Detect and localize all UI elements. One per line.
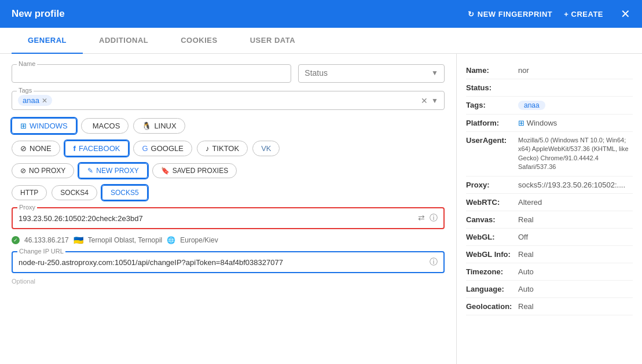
info-platform-value: ⊞ Windows bbox=[518, 119, 633, 127]
social-tiktok-button[interactable]: ♪ TIKTOK bbox=[197, 141, 248, 156]
info-geolocation-value: Real bbox=[518, 302, 633, 311]
os-button-group: ⊞ WINDOWS MACOS 🐧 LINUX bbox=[12, 118, 445, 134]
left-panel: Name ▼ Tags anaa ✕ ✕ ▼ bbox=[0, 54, 457, 364]
info-status-row: Status: bbox=[466, 79, 633, 97]
vk-icon: VK bbox=[261, 144, 271, 153]
tags-dropdown-icon[interactable]: ▼ bbox=[431, 97, 438, 105]
fingerprint-icon: ↻ bbox=[468, 10, 475, 19]
saved-proxies-button[interactable]: 🔖 SAVED PROXIES bbox=[152, 163, 237, 178]
os-windows-button[interactable]: ⊞ WINDOWS bbox=[12, 118, 76, 134]
social-vk-button[interactable]: VK bbox=[252, 141, 280, 156]
os-macos-button[interactable]: MACOS bbox=[81, 118, 129, 134]
info-webgl-value: Off bbox=[518, 233, 633, 241]
fingerprint-button[interactable]: ↻ NEW FINGERPRINT bbox=[468, 10, 552, 19]
info-webgl-info-value: Real bbox=[518, 250, 633, 259]
info-canvas-value: Real bbox=[518, 215, 633, 224]
none-icon: ⊘ bbox=[20, 144, 27, 153]
social-button-group: ⊘ NONE f FACEBOOK G GOOGLE ♪ TIKTOK VK bbox=[12, 141, 445, 156]
windows-platform-icon: ⊞ bbox=[518, 119, 527, 127]
proxy-refresh-icon[interactable]: ⇄ bbox=[418, 213, 425, 223]
globe-icon: 🌐 bbox=[167, 236, 175, 244]
info-timezone-value: Auto bbox=[518, 267, 633, 276]
name-label: Name bbox=[17, 60, 37, 67]
proxy-ip: 46.133.86.217 bbox=[24, 236, 69, 244]
tab-bar: GENERAL ADDITIONAL COOKIES USER DATA bbox=[0, 28, 642, 54]
flag-icon: 🇺🇦 bbox=[74, 236, 83, 245]
info-tags-row: Tags: anaa bbox=[466, 97, 633, 115]
tiktok-icon: ♪ bbox=[206, 144, 210, 153]
tag-remove-icon[interactable]: ✕ bbox=[42, 97, 47, 105]
status-arrow-icon: ▼ bbox=[431, 69, 438, 77]
status-dropdown[interactable]: ▼ bbox=[305, 68, 438, 78]
info-language-row: Language: Auto bbox=[466, 281, 633, 298]
no-proxy-button[interactable]: ⊘ NO PROXY bbox=[12, 163, 74, 178]
change-ip-input[interactable] bbox=[19, 258, 430, 267]
info-name-value: nor bbox=[518, 66, 633, 75]
tags-clear-icon[interactable]: ✕ bbox=[421, 96, 428, 105]
proxy-info-icon[interactable]: ⓘ bbox=[430, 213, 438, 223]
info-proxy-row: Proxy: socks5://193.23.50.26:10502:.... bbox=[466, 177, 633, 194]
info-geolocation-row: Geolocation: Real bbox=[466, 298, 633, 315]
proxy-region: Ternopil Oblast, Ternopil bbox=[88, 236, 163, 244]
info-platform-row: Platform: ⊞ Windows bbox=[466, 115, 633, 132]
tab-additional[interactable]: ADDITIONAL bbox=[83, 28, 164, 54]
info-webgl-row: WebGL: Off bbox=[466, 229, 633, 246]
info-name-row: Name: nor bbox=[466, 62, 633, 79]
info-platform-label: Platform: bbox=[466, 119, 518, 127]
info-timezone-row: Timezone: Auto bbox=[466, 263, 633, 281]
tab-general[interactable]: GENERAL bbox=[12, 28, 83, 54]
linux-icon: 🐧 bbox=[142, 122, 151, 130]
modal-body: Name ▼ Tags anaa ✕ ✕ ▼ bbox=[0, 54, 642, 364]
protocol-socks4-button[interactable]: SOCKS4 bbox=[52, 185, 97, 200]
new-proxy-button[interactable]: ✎ NEW PROXY bbox=[79, 163, 147, 178]
social-google-button[interactable]: G GOOGLE bbox=[133, 141, 192, 156]
tab-user-data[interactable]: USER DATA bbox=[234, 28, 311, 54]
name-field-group: Name bbox=[12, 64, 291, 83]
proxy-input-group: Proxy ⇄ ⓘ bbox=[12, 207, 445, 229]
google-icon: G bbox=[142, 144, 148, 153]
close-button[interactable]: ✕ bbox=[621, 7, 630, 21]
info-webrtc-label: WebRTC: bbox=[466, 198, 518, 207]
info-webrtc-row: WebRTC: Altered bbox=[466, 194, 633, 211]
new-proxy-icon: ✎ bbox=[87, 167, 93, 175]
info-proxy-label: Proxy: bbox=[466, 181, 518, 189]
info-timezone-label: Timezone: bbox=[466, 267, 518, 276]
social-none-button[interactable]: ⊘ NONE bbox=[12, 141, 60, 156]
optional-label: Optional bbox=[12, 278, 445, 285]
status-input[interactable] bbox=[305, 68, 431, 78]
social-facebook-button[interactable]: f FACEBOOK bbox=[65, 141, 129, 156]
status-field-group: ▼ bbox=[298, 64, 445, 83]
right-panel: Name: nor Status: Tags: anaa Platform: ⊞… bbox=[457, 54, 642, 364]
no-proxy-icon: ⊘ bbox=[20, 167, 26, 175]
info-status-label: Status: bbox=[466, 83, 518, 92]
proxy-input[interactable] bbox=[19, 214, 418, 223]
proxy-label: Proxy bbox=[17, 204, 37, 211]
change-ip-label: Change IP URL bbox=[17, 248, 65, 255]
change-ip-info-icon[interactable]: ⓘ bbox=[430, 257, 438, 267]
modal-title: New profile bbox=[12, 8, 468, 20]
name-status-row: Name ▼ bbox=[12, 64, 445, 83]
create-button[interactable]: + CREATE bbox=[564, 10, 603, 19]
windows-icon: ⊞ bbox=[20, 122, 27, 130]
modal-window: New profile ↻ NEW FINGERPRINT + CREATE ✕… bbox=[0, 0, 642, 364]
os-linux-button[interactable]: 🐧 LINUX bbox=[133, 118, 185, 134]
info-webrtc-value: Altered bbox=[518, 198, 633, 207]
info-useragent-label: UserAgent: bbox=[466, 136, 518, 145]
protocol-button-group: HTTP SOCKS4 SOCKS5 bbox=[12, 185, 445, 200]
change-ip-row: ⓘ bbox=[19, 257, 438, 267]
saved-proxies-icon: 🔖 bbox=[161, 167, 170, 175]
name-input[interactable] bbox=[18, 69, 285, 78]
facebook-icon: f bbox=[74, 144, 76, 153]
tags-label: Tags bbox=[17, 87, 34, 94]
info-webgl-info-label: WebGL Info: bbox=[466, 250, 518, 259]
info-proxy-value: socks5://193.23.50.26:10502:.... bbox=[518, 181, 633, 189]
info-geolocation-label: Geolocation: bbox=[466, 302, 518, 311]
tab-cookies[interactable]: COOKIES bbox=[164, 28, 233, 54]
protocol-socks5-button[interactable]: SOCKS5 bbox=[102, 185, 148, 200]
info-tags-value: anaa bbox=[518, 101, 633, 110]
protocol-http-button[interactable]: HTTP bbox=[12, 185, 47, 200]
header-actions: ↻ NEW FINGERPRINT + CREATE ✕ bbox=[468, 7, 630, 21]
info-webgl-info-row: WebGL Info: Real bbox=[466, 246, 633, 263]
info-useragent-row: UserAgent: Mozilla/5.0 (Windows NT 10.0;… bbox=[466, 132, 633, 177]
info-useragent-value: Mozilla/5.0 (Windows NT 10.0; Win64; x64… bbox=[518, 136, 633, 172]
